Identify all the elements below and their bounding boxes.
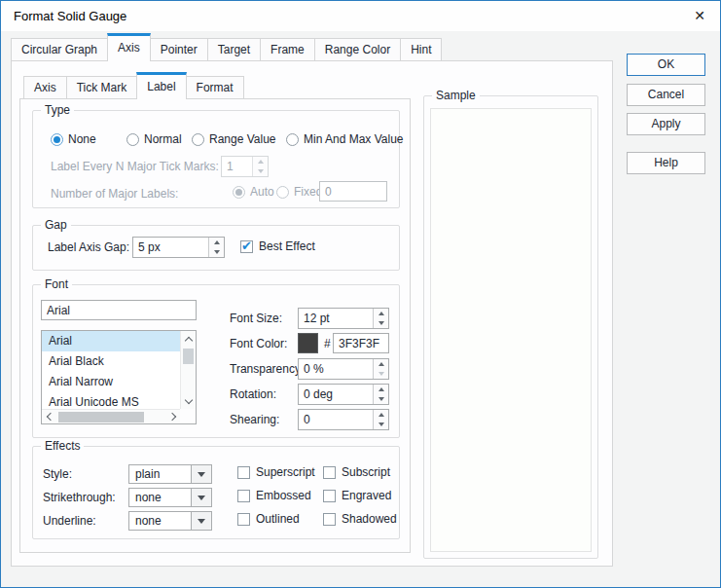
font-size-spinner[interactable] (298, 308, 389, 329)
font-color-swatch[interactable] (298, 333, 318, 353)
vertical-scroll-thumb[interactable] (183, 349, 194, 364)
transparency-label: Transparency: (230, 362, 304, 376)
shadowed-checkbox[interactable]: Shadowed (323, 512, 397, 526)
vertical-scrollbar[interactable] (180, 331, 196, 409)
spinner-down-arrow-icon[interactable] (374, 420, 388, 429)
subtab-format[interactable]: Format (186, 76, 244, 99)
label-axis-gap-value[interactable] (133, 238, 207, 257)
radio-range-value[interactable]: Range Value (192, 132, 276, 146)
embossed-label: Embossed (256, 489, 311, 502)
spinner-down-arrow-icon (253, 166, 268, 176)
spinner-up-arrow-icon[interactable] (374, 385, 388, 394)
transparency-spinner[interactable] (298, 358, 389, 380)
scroll-left-arrow-icon[interactable] (43, 410, 57, 423)
sample-group-title: Sample (432, 89, 480, 102)
scroll-up-arrow-icon[interactable] (181, 333, 196, 348)
tab-target[interactable]: Target (207, 38, 261, 61)
ok-button[interactable]: OK (627, 54, 705, 76)
radio-disabled-icon (276, 186, 289, 199)
help-button[interactable]: Help (627, 152, 705, 174)
checkbox-icon (323, 490, 336, 502)
checkbox-icon (237, 466, 250, 479)
spinner-up-arrow-icon[interactable] (374, 410, 388, 420)
radio-min-max-value[interactable]: Min And Max Value (286, 132, 404, 146)
spinner-down-arrow-icon[interactable] (374, 369, 388, 379)
font-color-hex-input[interactable] (333, 333, 389, 353)
spinner-up-arrow-icon[interactable] (209, 238, 224, 247)
shearing-value[interactable] (299, 410, 372, 429)
label-every-n-value (222, 157, 251, 176)
dropdown-arrow-icon (191, 512, 211, 530)
cancel-button[interactable]: Cancel (627, 84, 705, 106)
style-value: plain (135, 467, 160, 481)
subscript-checkbox[interactable]: Subscript (323, 465, 390, 479)
tab-hint[interactable]: Hint (400, 38, 442, 61)
font-list: Arial Arial Black Arial Narrow Arial Uni… (41, 330, 197, 424)
tab-axis[interactable]: Axis (107, 33, 151, 61)
spinner-down-arrow-icon[interactable] (374, 394, 388, 404)
spinner-down-arrow-icon[interactable] (374, 318, 388, 328)
label-axis-gap-spinner[interactable] (132, 237, 225, 258)
tab-range-color[interactable]: Range Color (314, 38, 401, 61)
subtab-axis[interactable]: Axis (23, 76, 67, 99)
apply-button[interactable]: Apply (627, 113, 705, 135)
font-name-input[interactable] (41, 300, 197, 320)
tab-pointer[interactable]: Pointer (150, 38, 208, 61)
checkbox-icon (323, 466, 336, 479)
radio-none[interactable]: None (51, 132, 96, 146)
underline-value: none (135, 514, 162, 528)
subtab-label[interactable]: Label (136, 72, 186, 99)
spinner-up-arrow-icon[interactable] (374, 309, 388, 318)
superscript-checkbox[interactable]: Superscript (237, 465, 315, 479)
radio-disabled-selected-icon (233, 186, 245, 199)
font-size-value[interactable] (299, 309, 372, 328)
scroll-down-arrow-icon[interactable] (181, 392, 196, 407)
spinner-buttons (252, 157, 268, 176)
radio-selected-icon (51, 133, 63, 146)
font-list-item-arial-unicode[interactable]: Arial Unicode MS (42, 392, 180, 409)
shearing-spinner[interactable] (298, 409, 389, 430)
dropdown-arrow-icon (191, 465, 211, 483)
outlined-checkbox[interactable]: Outlined (237, 512, 300, 526)
strikethrough-dropdown[interactable]: none (128, 488, 212, 507)
radio-range-value-label: Range Value (209, 132, 276, 146)
tab-circular-graph[interactable]: Circular Graph (11, 38, 108, 61)
spinner-down-arrow-icon[interactable] (209, 247, 224, 257)
rotation-value[interactable] (299, 385, 372, 404)
spinner-buttons (373, 359, 388, 379)
strikethrough-value: none (135, 491, 162, 504)
radio-none-label: None (68, 132, 96, 146)
scrollbar-corner (180, 409, 196, 423)
spinner-up-arrow-icon[interactable] (374, 359, 388, 369)
radio-normal[interactable]: Normal (126, 132, 182, 146)
sample-group: Sample (423, 95, 598, 559)
horizontal-scrollbar[interactable] (42, 409, 180, 423)
effects-group: Effects Style: plain Strikethrough: none… (32, 446, 400, 539)
underline-dropdown[interactable]: none (128, 511, 212, 531)
font-list-item-arial[interactable]: Arial (42, 331, 180, 351)
scroll-right-arrow-icon[interactable] (164, 410, 179, 423)
subtab-tick-mark[interactable]: Tick Mark (66, 76, 138, 99)
superscript-label: Superscript (256, 465, 315, 479)
rotation-spinner[interactable] (298, 384, 389, 405)
close-icon[interactable]: ✕ (689, 7, 710, 25)
strikethrough-label: Strikethrough: (43, 491, 116, 504)
style-label: Style: (43, 467, 72, 481)
embossed-checkbox[interactable]: Embossed (237, 489, 311, 502)
spinner-up-arrow-icon (253, 157, 268, 166)
transparency-value[interactable] (299, 359, 372, 379)
font-list-item-arial-narrow[interactable]: Arial Narrow (42, 372, 180, 392)
format-solid-gauge-dialog: Format Solid Gauge ✕ Circular Graph Axis… (0, 0, 721, 588)
checkbox-icon (323, 513, 336, 526)
radio-auto: Auto (233, 185, 274, 199)
dialog-title: Format Solid Gauge (14, 9, 126, 23)
engraved-checkbox[interactable]: Engraved (323, 489, 391, 502)
best-effect-checkbox[interactable]: Best Effect (240, 239, 315, 253)
radio-icon (286, 133, 299, 146)
style-dropdown[interactable]: plain (128, 464, 212, 484)
label-subtab-pane: Type None Normal Range Value Min And Max… (19, 98, 411, 553)
horizontal-scroll-thumb[interactable] (58, 412, 144, 423)
tab-frame[interactable]: Frame (260, 38, 315, 61)
font-list-item-arial-black[interactable]: Arial Black (42, 351, 180, 372)
shearing-label: Shearing: (230, 413, 279, 426)
